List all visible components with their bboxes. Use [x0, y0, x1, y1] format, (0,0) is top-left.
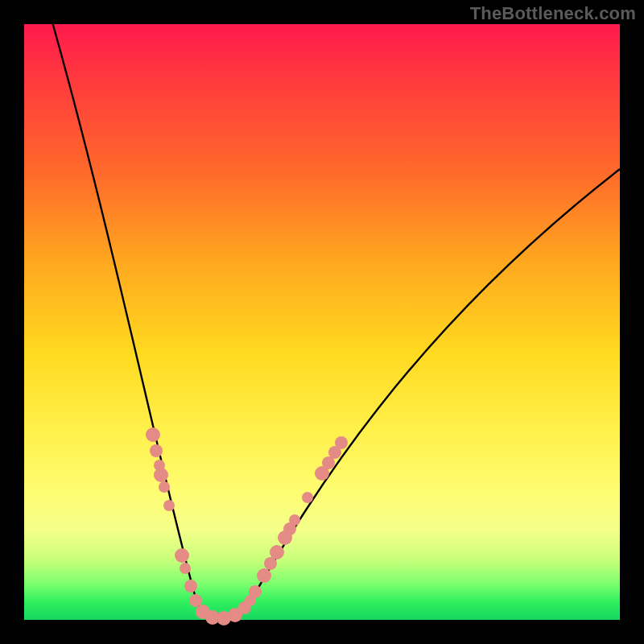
- plot-area: [24, 24, 620, 620]
- marker-right: [302, 492, 313, 503]
- marker-right: [335, 436, 348, 449]
- marker-left: [175, 548, 189, 563]
- bottleneck-curve: [24, 24, 620, 620]
- marker-right: [249, 585, 262, 598]
- marker-left: [146, 427, 160, 442]
- marker-left: [184, 580, 197, 592]
- marker-right: [270, 545, 284, 559]
- chart-frame: TheBottleneck.com: [0, 0, 644, 644]
- watermark-text: TheBottleneck.com: [470, 3, 636, 24]
- marker-left: [159, 481, 170, 493]
- marker-left: [150, 444, 163, 457]
- marker-left: [154, 468, 168, 482]
- marker-right: [289, 514, 300, 526]
- marker-left: [180, 563, 191, 574]
- marker-left: [163, 500, 175, 511]
- marker-right: [257, 568, 271, 583]
